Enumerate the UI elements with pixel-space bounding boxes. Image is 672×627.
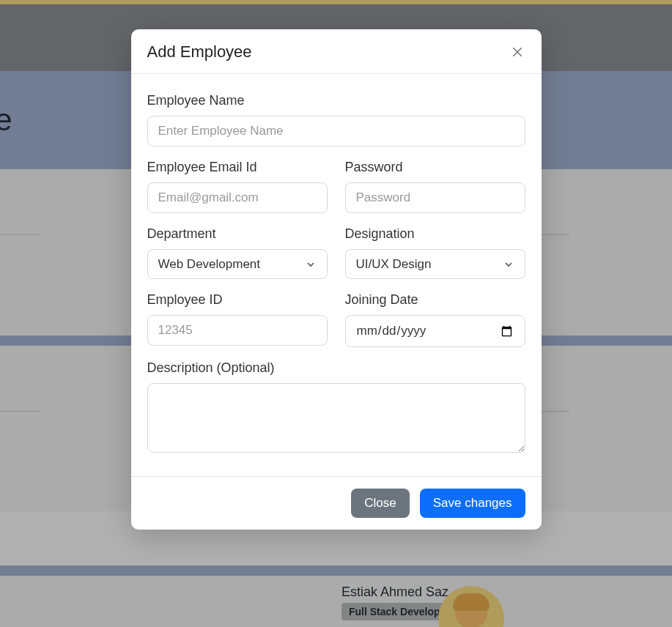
form-row: Employee ID Joining Date	[147, 292, 525, 347]
form-group-email: Employee Email Id	[147, 160, 328, 213]
joining-date-input[interactable]	[345, 315, 525, 347]
form-group-department: Department Web Development	[147, 226, 328, 279]
label-designation: Designation	[345, 226, 525, 242]
employee-name-input[interactable]	[147, 116, 525, 146]
close-button[interactable]: Close	[351, 489, 409, 518]
label-joining-date: Joining Date	[345, 292, 525, 308]
form-group-employee-id: Employee ID	[147, 292, 328, 347]
form-group-joining-date: Joining Date	[345, 292, 525, 347]
email-input[interactable]	[147, 182, 328, 213]
description-textarea[interactable]	[147, 383, 525, 453]
form-row: Department Web Development Designation U…	[147, 226, 525, 279]
label-description: Description (Optional)	[147, 360, 525, 376]
label-employee-name: Employee Name	[147, 93, 525, 108]
department-select[interactable]: Web Development	[147, 249, 328, 279]
modal-footer: Close Save changes	[131, 476, 542, 530]
label-department: Department	[147, 226, 328, 242]
add-employee-modal: Add Employee Employee Name Employee Emai…	[131, 29, 542, 530]
form-group-employee-name: Employee Name	[147, 93, 525, 146]
form-row: Employee Email Id Password	[147, 160, 525, 213]
password-input[interactable]	[345, 182, 525, 213]
employee-id-input[interactable]	[147, 315, 328, 346]
save-changes-button[interactable]: Save changes	[420, 489, 525, 518]
label-employee-id: Employee ID	[147, 292, 328, 308]
modal-header: Add Employee	[131, 29, 542, 74]
form-group-designation: Designation UI/UX Design	[345, 226, 525, 279]
label-password: Password	[345, 160, 525, 175]
modal-body: Employee Name Employee Email Id Password…	[131, 74, 542, 476]
form-group-description: Description (Optional)	[147, 360, 525, 456]
close-icon[interactable]	[509, 44, 525, 60]
designation-select[interactable]: UI/UX Design	[345, 249, 525, 279]
form-group-password: Password	[345, 160, 525, 213]
modal-title: Add Employee	[147, 42, 252, 62]
label-email: Employee Email Id	[147, 160, 328, 175]
